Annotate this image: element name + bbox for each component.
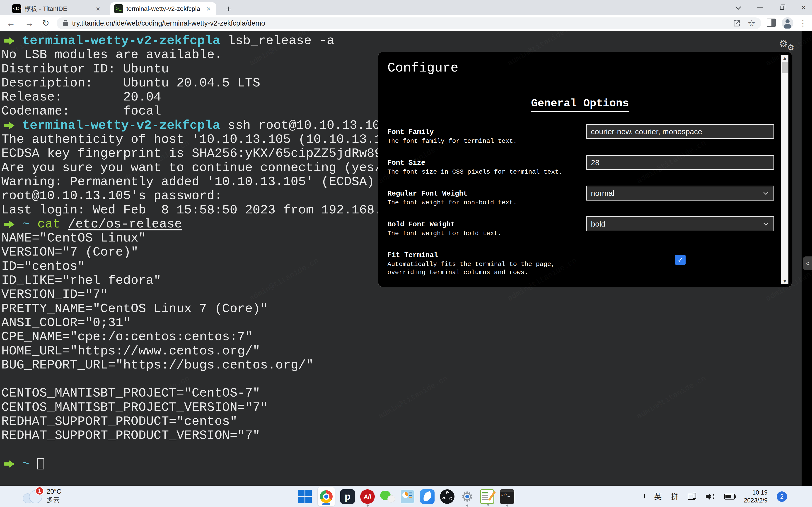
scroll-down-icon[interactable]: ▼ <box>781 278 789 284</box>
terminal-text: cat <box>30 217 60 231</box>
close-button[interactable]: × <box>800 4 807 11</box>
tab-close-icon[interactable]: × <box>95 5 101 13</box>
terminal-text: CPE_NAME="cpe:/o:centos:centos:7" <box>1 330 253 344</box>
terminal-text: ID="centos" <box>1 259 85 274</box>
prompt-arrow-icon <box>4 37 14 45</box>
terminal-text: ECDSA key fingerprint is SHA256:yKX/65ci… <box>1 146 390 161</box>
minimize-button[interactable] <box>757 4 764 11</box>
tab-close-icon[interactable]: × <box>205 5 212 13</box>
new-tab-button[interactable]: + <box>223 4 234 14</box>
browser-toolbar: ← → ↻ try.titanide.cn/ide/web/coding/ter… <box>0 15 812 31</box>
clock-date: 2023/2/9 <box>744 497 768 505</box>
address-bar-actions: ☆ <box>733 17 761 29</box>
share-icon[interactable] <box>733 19 741 27</box>
bold-font-weight-select[interactable]: bold <box>586 216 774 231</box>
prompt-arrow-icon <box>4 121 14 130</box>
field-label: Font Family <box>388 128 434 136</box>
bookmark-star-icon[interactable]: ☆ <box>748 19 755 27</box>
red-app-taskbar-icon[interactable]: All <box>360 489 375 504</box>
address-bar[interactable]: try.titanide.cn/ide/web/coding/terminal-… <box>57 17 761 29</box>
forward-button[interactable]: → <box>24 18 34 28</box>
desktop: <t> 模板 - TitanIDE × >_ terminal-wetty-v2… <box>0 0 812 507</box>
font-family-input[interactable]: courier-new, courier, monospace <box>586 124 774 139</box>
running-indicator-dot <box>466 505 468 507</box>
tab-terminal-wetty[interactable]: >_ terminal-wetty-v2-zekfcpla - T × <box>110 2 216 15</box>
field-label: Fit Terminal <box>388 251 438 259</box>
field-description: The font weight for bold text. <box>388 230 502 237</box>
field-description: Automatically fits the terminal to the p… <box>388 261 555 268</box>
terminal-line: REDHAT_SUPPORT_PRODUCT="centos" <box>1 414 802 429</box>
obs-taskbar-icon[interactable] <box>440 489 454 504</box>
field-label: Bold Font Weight <box>388 220 455 228</box>
regular-font-weight-select[interactable]: normal <box>586 186 774 201</box>
font-size-input[interactable]: 28 <box>586 155 774 170</box>
windows-start-taskbar-icon[interactable] <box>298 489 312 504</box>
wechat-taskbar-icon[interactable] <box>380 489 395 504</box>
profile-avatar[interactable] <box>782 17 794 29</box>
browser-menu-icon[interactable]: ⋮ <box>798 18 807 29</box>
reload-button[interactable]: ↻ <box>41 18 51 28</box>
url-text[interactable]: try.titanide.cn/ide/web/coding/terminal-… <box>72 19 265 27</box>
field-description: The font size in CSS pixels for terminal… <box>388 168 563 175</box>
terminal-line: ANSI_COLOR="0;31" <box>1 316 802 330</box>
browser-tab-bar: <t> 模板 - TitanIDE × >_ terminal-wetty-v2… <box>0 0 812 15</box>
tray-chevron-up-icon[interactable] <box>644 495 645 499</box>
tab-titanide[interactable]: <t> 模板 - TitanIDE × <box>8 2 106 15</box>
notification-badge[interactable]: 2 <box>777 491 787 502</box>
terminal-text: terminal-wetty-v2-zekfcpla <box>22 118 220 133</box>
terminal-text: Codename: focal <box>1 104 161 118</box>
battery-icon[interactable] <box>724 494 735 500</box>
terminal-line: VERSION_ID="7" <box>1 287 802 301</box>
terminal-text: Release: 20.04 <box>1 90 161 104</box>
chevron-down-icon <box>764 221 768 226</box>
terminal-text: VERSION="7 (Core)" <box>1 245 139 260</box>
ime-language-indicator[interactable]: 英 <box>654 491 662 502</box>
running-indicator-dot <box>506 505 508 507</box>
chevron-down-icon <box>764 190 768 195</box>
terminal-app-taskbar-icon[interactable]: C:\_ <box>500 489 514 504</box>
side-panel-icon[interactable] <box>767 18 776 27</box>
window-controls: × <box>735 0 807 15</box>
terminal-text: VERSION_ID="7" <box>1 287 108 302</box>
chrome-logo <box>320 490 333 503</box>
picpick-taskbar-icon[interactable]: p <box>340 489 355 504</box>
terminal-settings-gears-icon[interactable]: ⚙⚙ <box>779 38 799 54</box>
settings-taskbar-icon[interactable]: ⚙ <box>460 489 474 504</box>
field-label: Font Size <box>388 159 425 167</box>
notepad-taskbar-icon[interactable] <box>480 489 494 504</box>
dialog-section-heading: General Options <box>378 97 782 110</box>
terminal-text: CENTOS_MANTISBT_PROJECT="CentOS-7" <box>1 386 260 400</box>
taskbar-clock[interactable]: 10:19 2023/2/9 <box>744 489 768 505</box>
scroll-up-icon[interactable]: ▲ <box>781 55 789 61</box>
terminal-text: CENTOS_MANTISBT_PROJECT_VERSION="7" <box>1 400 268 415</box>
terminal-text: No LSB modules are available. <box>1 48 222 62</box>
dialog-scrollbar[interactable]: ▲ ▼ <box>781 55 789 284</box>
tab-search-icon[interactable] <box>735 4 742 11</box>
scrollbar-thumb[interactable] <box>782 62 788 73</box>
terminal-text: ~ <box>22 217 30 231</box>
collapse-panel-handle[interactable]: < <box>803 257 812 270</box>
terminal-text: Distributor ID: Ubuntu <box>1 62 169 76</box>
ime-pinyin-indicator[interactable]: 拼 <box>671 491 678 502</box>
terminal-line <box>1 443 802 457</box>
terminal-text: lsb_release -a <box>220 34 335 48</box>
terminal-line: PRETTY_NAME="CentOS Linux 7 (Core)" <box>1 302 802 316</box>
wing-app-taskbar-icon[interactable] <box>420 489 435 504</box>
terminal-text: ssh root@10.10.13.105 <box>220 118 388 133</box>
chrome-taskbar-icon[interactable] <box>318 487 335 506</box>
taskbar: 1 20°C 多云 pAll⚙C:\_ 英 拼 10:19 2023/2/9 2 <box>0 486 812 507</box>
terminal-line: CENTOS_MANTISBT_PROJECT="CentOS-7" <box>1 386 802 400</box>
terminal-line: CPE_NAME="cpe:/o:centos:centos:7" <box>1 330 802 344</box>
back-button[interactable]: ← <box>6 18 16 28</box>
restore-button[interactable] <box>778 4 785 11</box>
tab-title: terminal-wetty-v2-zekfcpla - T <box>126 5 202 12</box>
terminal-text: terminal-wetty-v2-zekfcpla <box>22 34 220 48</box>
fit-terminal-checkbox[interactable]: ✓ <box>675 255 686 265</box>
terminal-text: HOME_URL="https://www.centos.org/" <box>1 344 260 358</box>
volume-icon[interactable] <box>706 493 715 500</box>
chart-app-taskbar-icon[interactable] <box>400 489 415 504</box>
terminal-text: PRETTY_NAME="CentOS Linux 7 (Core)" <box>1 301 268 316</box>
display-usb-icon[interactable] <box>688 493 697 500</box>
terminal-text: /etc/os-release <box>68 217 182 231</box>
titanide-favicon: <t> <box>12 4 21 13</box>
